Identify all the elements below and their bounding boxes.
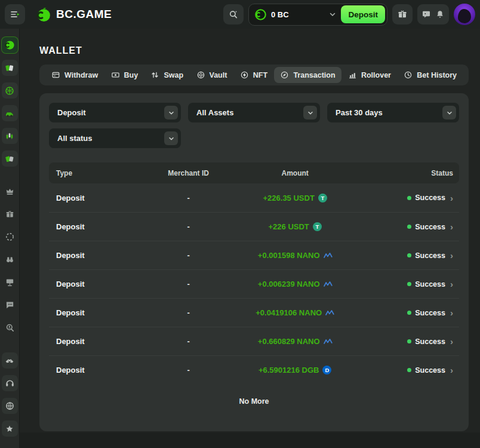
sidebar-item-forum-chat[interactable]: [2, 297, 18, 313]
sidebar-item-responsible-hands[interactable]: [2, 352, 18, 369]
select-value: All status: [57, 134, 93, 143]
nano-coin-icon: [324, 280, 333, 289]
usdt-coin-icon: T: [313, 222, 322, 231]
top-bar: BC.GAME 0 BC Deposit: [0, 0, 480, 29]
tab-nft[interactable]: NFT: [234, 67, 273, 83]
chat-button[interactable]: [421, 10, 431, 19]
language-globe-icon: [5, 401, 15, 411]
search-icon: [228, 9, 239, 20]
row-chevron-icon[interactable]: ›: [450, 194, 453, 202]
tab-bet-history[interactable]: Bet History: [398, 67, 463, 83]
cell-status: Success›: [361, 308, 459, 317]
tab-swap[interactable]: Swap: [144, 67, 189, 83]
chat-icon: [421, 10, 431, 19]
hamburger-icon: [10, 9, 20, 20]
search-button[interactable]: [223, 4, 244, 24]
cell-amount: +6.5901216 DGBD: [229, 366, 361, 375]
bonus-spinner-icon: [5, 232, 15, 242]
tab-label: Bet History: [417, 71, 457, 79]
row-chevron-icon[interactable]: ›: [450, 251, 453, 260]
sidebar-item-vip-crown[interactable]: [2, 183, 18, 200]
sports-ball-icon: [4, 85, 15, 96]
chevron-down-icon: [303, 106, 317, 119]
transaction-row[interactable]: Deposit-+0.001598 NANOSuccess›: [49, 241, 459, 269]
deposit-button[interactable]: Deposit: [341, 5, 385, 23]
table-body: Deposit-+226.35 USDTTSuccess›Deposit-+22…: [49, 183, 459, 384]
notifications-button[interactable]: [435, 10, 445, 19]
cell-amount: +0.001598 NANO: [229, 251, 361, 260]
filter-select-status[interactable]: All status: [49, 128, 181, 148]
rewards-button[interactable]: [392, 4, 413, 24]
sidebar-item-bc-home[interactable]: [2, 37, 18, 53]
wallet-tab-bar: WithdrawBuySwapVaultNFTTransactionRollov…: [39, 65, 469, 85]
row-chevron-icon[interactable]: ›: [450, 280, 453, 289]
support-headset-icon: [5, 378, 15, 388]
status-label: Success: [415, 280, 445, 289]
bet-history-clock-icon: [404, 70, 413, 79]
cell-type: Deposit: [49, 251, 147, 260]
chevron-down-icon: [164, 131, 178, 145]
rollover-chart-icon: [348, 70, 357, 79]
sidebar-item-ranking-board[interactable]: [2, 274, 18, 290]
tab-buy[interactable]: Buy: [105, 67, 144, 83]
filter-select-asset[interactable]: All Assets: [188, 103, 320, 122]
filter-select-period[interactable]: Past 30 days: [327, 103, 459, 122]
status-label: Success: [415, 309, 445, 317]
cell-type: Deposit: [49, 366, 147, 375]
balance-selector[interactable]: 0 BC Deposit: [248, 4, 387, 26]
cell-type: Deposit: [49, 222, 147, 231]
no-more-label: No More: [49, 397, 459, 406]
column-header-type: Type: [49, 169, 147, 177]
amount-value: +0.660829 NANO: [258, 337, 320, 346]
transactions-table: TypeMerchant IDAmountStatus Deposit-+226…: [49, 162, 459, 384]
sidebar-item-sports-ball[interactable]: [2, 82, 18, 99]
sidebar-item-support-headset[interactable]: [2, 375, 18, 391]
tab-vault[interactable]: Vault: [190, 67, 233, 83]
usdt-coin-icon: T: [318, 194, 327, 202]
transaction-compass-icon: [280, 70, 289, 79]
chevron-down-icon[interactable]: [328, 10, 337, 19]
tab-transaction[interactable]: Transaction: [274, 67, 341, 83]
swap-arrows-icon: [150, 70, 159, 79]
tab-withdraw[interactable]: Withdraw: [45, 67, 104, 83]
cell-merchant-id: -: [147, 194, 229, 202]
sidebar-item-bonus-spinner[interactable]: [2, 229, 18, 245]
sidebar-item-promotions-gift[interactable]: [2, 206, 18, 222]
transaction-row[interactable]: Deposit-+226 USDTTSuccess›: [49, 212, 459, 241]
transaction-row[interactable]: Deposit-+6.5901216 DGBDSuccess›: [49, 355, 459, 384]
sidebar-item-language-globe[interactable]: [2, 398, 18, 414]
sidebar-item-lucky-search[interactable]: [2, 320, 18, 336]
cell-merchant-id: -: [147, 366, 229, 375]
withdraw-card-icon: [51, 70, 60, 79]
sidebar-item-lottery-tags[interactable]: [2, 151, 18, 167]
cell-merchant-id: -: [147, 308, 229, 317]
sidebar-item-favorites-star[interactable]: [2, 421, 18, 437]
sidebar-item-affiliate-binoculars[interactable]: [2, 251, 18, 268]
sidebar-item-trading-candles[interactable]: [2, 128, 18, 144]
column-header-amount: Amount: [229, 169, 361, 177]
bell-icon: [435, 10, 445, 19]
sidebar-toggle-button[interactable]: [5, 4, 25, 24]
transaction-row[interactable]: Deposit-+0.660829 NANOSuccess›: [49, 327, 459, 355]
tab-rollover[interactable]: Rollover: [342, 67, 397, 83]
transaction-row[interactable]: Deposit-+226.35 USDTTSuccess›: [49, 183, 459, 212]
nano-coin-icon: [324, 337, 333, 346]
transaction-row[interactable]: Deposit-+0.0419106 NANOSuccess›: [49, 298, 459, 327]
transaction-row[interactable]: Deposit-+0.006239 NANOSuccess›: [49, 269, 459, 298]
chevron-down-icon: [442, 106, 456, 119]
sidebar-item-casino-cards[interactable]: [2, 60, 18, 76]
brand[interactable]: BC.GAME: [36, 7, 112, 23]
user-avatar[interactable]: [454, 4, 475, 25]
filter-select-transaction-type[interactable]: Deposit: [49, 103, 181, 122]
cell-type: Deposit: [49, 308, 147, 317]
row-chevron-icon[interactable]: ›: [450, 337, 453, 346]
row-chevron-icon[interactable]: ›: [450, 222, 453, 231]
row-chevron-icon[interactable]: ›: [450, 308, 453, 317]
column-header-merchant-id: Merchant ID: [147, 169, 229, 177]
filters: DepositAll AssetsPast 30 daysAll status: [49, 103, 459, 148]
lucky-search-icon: [5, 323, 15, 333]
amount-value: +0.006239 NANO: [258, 280, 320, 289]
sidebar-item-racing[interactable]: [2, 105, 18, 121]
row-chevron-icon[interactable]: ›: [450, 366, 453, 375]
amount-value: +226.35 USDT: [263, 194, 315, 202]
